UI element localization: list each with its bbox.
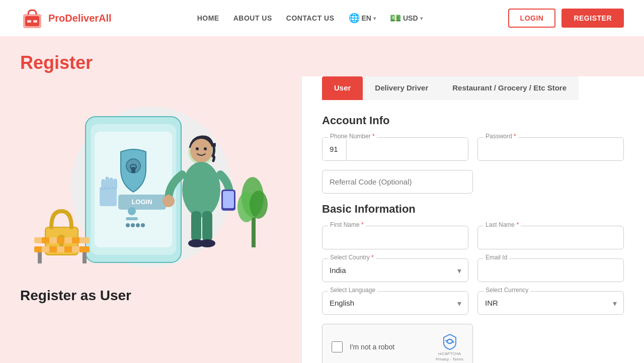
currency-group: Select Currency INR USD GBP EUR AUD [477, 291, 624, 315]
tab-restaurant[interactable]: Restaurant / Grocery / Etc Store [440, 76, 579, 100]
currency-flag-icon: 💵 [390, 13, 401, 24]
password-input[interactable] [477, 137, 624, 161]
svg-rect-11 [100, 187, 117, 206]
captcha-box: I'm not a robot reCAPTCHA Privacy - Term… [322, 324, 473, 363]
phone-label: Phone Number * [328, 133, 377, 140]
currency-chevron-icon: ▾ [420, 16, 423, 21]
tab-user[interactable]: User [322, 76, 363, 100]
referral-input[interactable] [322, 170, 473, 194]
svg-rect-15 [114, 179, 117, 189]
svg-rect-3 [33, 20, 37, 23]
svg-point-43 [250, 191, 268, 219]
email-input[interactable] [477, 258, 624, 282]
nav-about[interactable]: ABOUT US [233, 14, 272, 22]
captcha-checkbox[interactable] [332, 341, 343, 352]
currency-select-wrapper: INR USD GBP EUR AUD [477, 291, 624, 315]
svg-rect-19 [126, 217, 138, 220]
recaptcha-logo: reCAPTCHA Privacy - Terms [436, 332, 463, 361]
language-label: Select Language [328, 287, 377, 294]
illustration-svg: LOGIN [20, 86, 282, 278]
svg-text:LOGIN: LOGIN [131, 198, 152, 206]
svg-rect-54 [57, 246, 64, 252]
language-selector[interactable]: 🌐 EN ▾ [349, 13, 376, 24]
currency-code: USD [403, 14, 418, 22]
phone-prefix: 91 [323, 138, 347, 160]
currency-label: Select Currency [484, 287, 530, 294]
country-select[interactable]: India United States United Kingdom Austr… [322, 258, 468, 282]
svg-rect-14 [110, 178, 113, 189]
nav-contact[interactable]: CONTACT US [286, 14, 335, 22]
svg-rect-52 [79, 237, 90, 243]
currency-select[interactable]: INR USD GBP EUR AUD [477, 291, 624, 315]
svg-rect-13 [106, 177, 109, 190]
lang-chevron-icon: ▾ [373, 16, 376, 21]
phone-input[interactable] [347, 138, 468, 160]
svg-rect-51 [64, 237, 72, 243]
page-title: Register [20, 52, 624, 73]
svg-point-29 [182, 162, 220, 217]
logo-icon [20, 6, 44, 30]
svg-rect-40 [252, 217, 256, 247]
first-name-group: First Name * [322, 226, 468, 249]
nav-links: HOME ABOUT US CONTACT US 🌐 EN ▾ 💵 USD ▾ [197, 13, 423, 24]
svg-rect-12 [102, 179, 105, 190]
svg-rect-50 [49, 237, 57, 243]
svg-rect-49 [34, 237, 42, 243]
tab-delivery-driver[interactable]: Delivery Driver [363, 76, 440, 100]
phone-number-group: Phone Number * 91 [322, 137, 468, 161]
svg-point-22 [136, 223, 140, 227]
currency-selector[interactable]: 💵 USD ▾ [390, 13, 423, 24]
login-button[interactable]: LOGIN [508, 9, 556, 28]
account-info-title: Account Info [322, 114, 624, 127]
first-name-input[interactable] [322, 226, 468, 249]
password-group: Password * [477, 137, 624, 161]
account-info-row1: Phone Number * 91 Password * [322, 137, 624, 161]
svg-point-25 [190, 139, 212, 163]
country-select-wrapper: India United States United Kingdom Austr… [322, 258, 468, 282]
country-group: Select Country * India United States Uni… [322, 258, 468, 282]
main-content: LOGIN [0, 76, 644, 363]
register-as-title: Register as User [20, 288, 282, 314]
svg-rect-55 [72, 246, 79, 252]
auth-buttons: LOGIN REGISTER [508, 9, 624, 28]
last-name-input[interactable] [477, 226, 624, 249]
svg-rect-35 [223, 191, 234, 208]
navbar: ProDeliverAll HOME ABOUT US CONTACT US 🌐… [0, 0, 644, 36]
svg-point-39 [199, 239, 215, 247]
language-select[interactable]: English Hindi French Spanish German [322, 291, 468, 315]
country-label: Select Country * [328, 254, 376, 261]
nav-home[interactable]: HOME [197, 14, 219, 22]
password-label: Password * [484, 133, 518, 140]
captcha-label: I'm not a robot [350, 343, 429, 351]
last-name-group: Last Name * [477, 226, 624, 249]
svg-rect-53 [42, 246, 49, 252]
phone-input-wrapper: 91 [322, 137, 468, 161]
basic-info-row1: First Name * Last Name * [322, 226, 624, 249]
basic-info-row2: Select Country * India United States Uni… [322, 258, 624, 282]
svg-rect-57 [83, 252, 87, 263]
lang-code: EN [362, 14, 371, 22]
basic-info-row3: Select Language English Hindi French Spa… [322, 291, 624, 315]
email-label: Email Id [484, 254, 509, 261]
recaptcha-privacy-text: Privacy - Terms [436, 357, 463, 361]
svg-point-23 [141, 223, 145, 227]
svg-rect-36 [191, 211, 201, 241]
basic-info-title: Basic Information [322, 203, 624, 216]
language-select-wrapper: English Hindi French Spanish German [322, 291, 468, 315]
hero-banner: Register [0, 36, 644, 76]
svg-point-20 [126, 223, 130, 227]
recaptcha-icon [441, 332, 459, 350]
account-info-row2 [322, 170, 624, 194]
logo[interactable]: ProDeliverAll [20, 6, 112, 30]
register-button[interactable]: REGISTER [561, 9, 624, 28]
svg-point-21 [131, 223, 135, 227]
email-group: Email Id [477, 258, 624, 282]
last-name-label: Last Name * [484, 221, 521, 228]
referral-group [322, 170, 473, 194]
svg-point-26 [196, 147, 199, 150]
tabs-container: User Delivery Driver Restaurant / Grocer… [322, 76, 624, 100]
svg-rect-56 [38, 252, 42, 263]
svg-rect-37 [202, 211, 212, 241]
logo-text: ProDeliverAll [48, 13, 112, 24]
svg-rect-2 [27, 20, 31, 23]
